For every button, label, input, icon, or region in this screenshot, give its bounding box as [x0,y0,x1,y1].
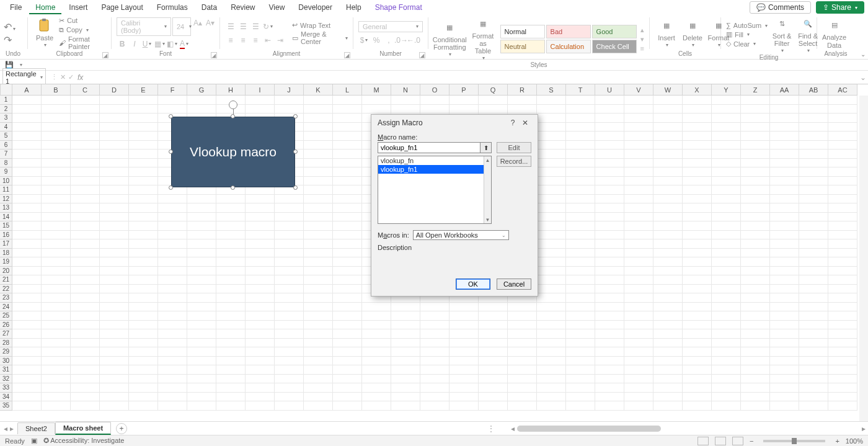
cell[interactable] [770,167,799,177]
cell[interactable] [129,293,158,303]
cell[interactable] [712,159,741,168]
cell[interactable] [595,123,624,132]
cell[interactable] [595,239,624,249]
cell[interactable] [741,401,770,411]
cell[interactable] [71,167,100,177]
cell[interactable] [420,339,450,348]
cell[interactable] [624,213,653,222]
cell[interactable] [479,347,508,357]
cell[interactable] [304,311,333,321]
cell[interactable] [828,293,857,303]
cell[interactable] [187,293,216,303]
cell[interactable] [100,221,129,231]
cell[interactable] [12,303,42,312]
cell[interactable] [712,357,741,366]
cell[interactable] [624,159,653,168]
zoom-slider[interactable] [763,440,825,442]
cell[interactable] [216,357,246,366]
cell[interactable] [42,159,71,168]
cell[interactable] [595,311,624,321]
cell[interactable] [712,267,741,276]
cell[interactable] [12,221,42,231]
view-page-layout-button[interactable] [715,437,726,445]
cell[interactable] [566,329,595,339]
cell[interactable] [158,231,187,240]
cell[interactable] [566,267,595,276]
cell[interactable] [100,267,129,276]
cell[interactable] [653,393,683,402]
cell[interactable] [624,303,653,312]
cell[interactable] [71,347,100,357]
macro-list-item[interactable]: vlookup_fn1 [378,165,491,174]
cell[interactable] [304,285,333,294]
cell[interactable] [42,123,71,132]
cell[interactable] [479,383,508,393]
resize-handle-tm[interactable] [231,114,235,118]
cell[interactable] [712,203,741,213]
cell[interactable] [741,347,770,357]
font-color-button[interactable]: A▾ [179,38,190,50]
cell[interactable] [275,329,304,339]
cell[interactable] [741,132,770,141]
cell[interactable] [770,249,799,258]
cell[interactable] [187,203,216,213]
comments-button[interactable]: 💬Comments [750,1,811,14]
cell[interactable] [42,267,71,276]
tab-view[interactable]: View [263,1,291,14]
dialog-help-button[interactable]: ? [507,118,519,127]
cell[interactable] [187,213,216,222]
cell[interactable] [712,149,741,159]
cell[interactable] [712,249,741,258]
cell[interactable] [537,132,566,141]
zoom-in-button[interactable]: + [835,437,839,445]
cell[interactable] [71,339,100,348]
number-launcher[interactable]: ◢ [419,52,425,58]
cell[interactable] [624,383,653,393]
cell[interactable] [683,231,712,240]
cell[interactable] [158,365,187,375]
cell[interactable] [129,195,158,204]
cell[interactable] [828,221,857,231]
cell[interactable] [216,303,246,312]
cell[interactable] [653,267,683,276]
cell[interactable] [741,375,770,384]
cell[interactable] [624,365,653,375]
cell[interactable] [275,393,304,402]
cell[interactable] [129,257,158,267]
cell[interactable] [508,401,537,411]
cell[interactable] [304,141,333,150]
cell[interactable] [187,347,216,357]
cell[interactable] [566,167,595,177]
cell[interactable] [12,249,42,258]
cell[interactable] [71,105,100,114]
cell[interactable] [100,329,129,339]
cell[interactable] [71,177,100,186]
column-header[interactable]: D [100,84,129,96]
cell[interactable] [42,383,71,393]
column-header[interactable]: U [595,84,624,96]
cell[interactable] [275,339,304,348]
ribbon-collapse-button[interactable]: ⌄ [861,51,866,58]
cell[interactable] [566,275,595,285]
cell[interactable] [362,321,391,330]
cell[interactable] [741,221,770,231]
resize-handle-ml[interactable] [169,149,173,154]
cell[interactable] [683,239,712,249]
cell[interactable] [158,329,187,339]
cell[interactable] [129,267,158,276]
cell[interactable] [304,383,333,393]
fill-color-button[interactable]: ◧▾ [166,38,177,50]
cell[interactable] [595,375,624,384]
cell[interactable] [450,357,479,366]
cell[interactable] [566,221,595,231]
style-bad[interactable]: Bad [546,25,591,38]
cell[interactable] [828,167,857,177]
cell[interactable] [537,221,566,231]
cell[interactable] [624,293,653,303]
cell[interactable] [216,329,246,339]
cell[interactable] [304,275,333,285]
cell[interactable] [508,357,537,366]
cell[interactable] [537,249,566,258]
fx-icon[interactable]: fx [78,73,83,82]
cell[interactable] [828,393,857,402]
